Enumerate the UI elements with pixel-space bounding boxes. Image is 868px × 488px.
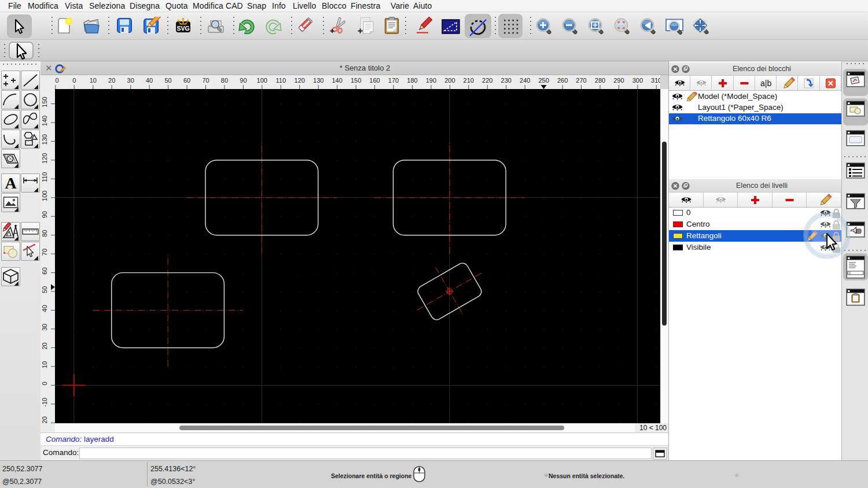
svg-text:120: 120: [41, 153, 48, 164]
svg-text:-20: -20: [41, 416, 48, 423]
svg-text:210: 210: [463, 77, 473, 84]
svg-text:30: 30: [41, 324, 48, 331]
svg-text:130: 130: [41, 134, 48, 145]
svg-text:140: 140: [41, 116, 48, 126]
svg-text:150: 150: [350, 77, 361, 84]
svg-text:80: 80: [220, 77, 227, 84]
svg-text:A: A: [5, 174, 17, 192]
svg-text:70: 70: [202, 77, 209, 84]
svg-text:150: 150: [41, 97, 48, 107]
svg-text:80: 80: [41, 230, 48, 237]
svg-text:160: 160: [369, 77, 380, 84]
svg-text:200: 200: [444, 77, 455, 84]
svg-text:90: 90: [41, 211, 48, 218]
svg-text:30: 30: [127, 77, 134, 84]
svg-text:0: 0: [55, 77, 58, 84]
svg-text:240: 240: [520, 77, 530, 84]
svg-text:60: 60: [183, 77, 190, 84]
svg-text:170: 170: [388, 77, 398, 84]
svg-text:-10: -10: [41, 398, 48, 407]
svg-text:70: 70: [41, 249, 48, 256]
svg-text:250: 250: [538, 77, 549, 84]
svg-text:20: 20: [41, 342, 48, 349]
svg-text:280: 280: [594, 77, 605, 84]
svg-text:0: 0: [72, 77, 76, 84]
svg-text:230: 230: [501, 77, 511, 84]
svg-text:50: 50: [41, 286, 48, 293]
svg-text:270: 270: [576, 77, 586, 84]
svg-text:140: 140: [332, 77, 342, 84]
svg-text:SVG: SVG: [176, 25, 189, 32]
svg-text:220: 220: [482, 77, 492, 84]
svg-text:120: 120: [294, 77, 304, 84]
svg-text:a|b: a|b: [760, 79, 771, 88]
svg-text:0: 0: [41, 382, 48, 385]
svg-text:40: 40: [145, 77, 152, 84]
svg-text:110: 110: [275, 77, 286, 84]
svg-text:290: 290: [613, 77, 624, 84]
svg-text:260: 260: [557, 77, 567, 84]
svg-text:20: 20: [108, 77, 115, 84]
svg-text:10: 10: [41, 361, 48, 368]
svg-text:190: 190: [425, 77, 436, 84]
svg-text:110: 110: [41, 172, 48, 183]
svg-text:310: 310: [651, 77, 660, 84]
svg-text:60: 60: [41, 267, 48, 274]
svg-text:100: 100: [256, 77, 267, 84]
svg-text:C: C: [849, 271, 851, 275]
svg-text:50: 50: [164, 77, 171, 84]
svg-text:180: 180: [407, 77, 417, 84]
svg-text:300: 300: [632, 77, 642, 84]
svg-text:40: 40: [41, 305, 48, 312]
svg-text:100: 100: [41, 191, 48, 201]
svg-text:130: 130: [313, 77, 323, 84]
svg-text:90: 90: [240, 77, 247, 84]
svg-text:10: 10: [89, 77, 96, 84]
